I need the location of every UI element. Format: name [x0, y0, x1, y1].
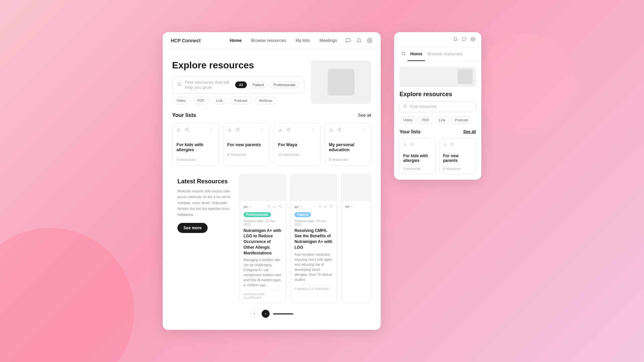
download-icon-2[interactable]	[227, 127, 233, 133]
explore-title: Explore resources	[172, 60, 304, 71]
svg-line-67	[451, 143, 452, 144]
side-download-icon-2[interactable]	[443, 142, 448, 147]
side-your-lists: Your lists See all ⋮	[399, 129, 476, 174]
side-search-tab-icon[interactable]	[399, 47, 408, 61]
list-card-4: ⋮ My personal education 9 resources	[325, 123, 372, 166]
svg-point-4	[187, 128, 188, 129]
side-chat-icon[interactable]	[462, 37, 467, 42]
nav-link-browse[interactable]: Browse resources	[251, 38, 286, 43]
bell-icon[interactable]	[356, 38, 362, 44]
type-link[interactable]: Link	[212, 97, 227, 104]
prev-page-button[interactable]: ‹	[250, 310, 258, 318]
share-icon-2[interactable]	[235, 127, 241, 133]
side-download-icon-1[interactable]	[403, 142, 408, 147]
svg-point-58	[411, 143, 412, 144]
release-date-1: Release date: 23 nov 2021	[244, 219, 282, 227]
side-type-podcast[interactable]: Podcast	[451, 116, 472, 124]
side-bell-icon[interactable]	[453, 37, 459, 42]
resource-card-2-image	[290, 174, 337, 201]
download-icon-r1[interactable]	[272, 204, 276, 209]
download-icon-3[interactable]	[278, 127, 283, 133]
filter-professionals[interactable]: Professionals	[270, 81, 299, 88]
bottom-section: Latest Resources Molestie mauris odio lu…	[172, 171, 371, 306]
more-icon-2[interactable]: ⋮	[260, 127, 265, 133]
type-podcast[interactable]: Podcast	[230, 97, 252, 104]
svg-point-0	[369, 40, 370, 41]
filter-patient[interactable]: Patient	[249, 81, 268, 88]
svg-line-14	[237, 128, 238, 129]
share-icon-r2[interactable]	[329, 204, 333, 209]
download-icon-r2[interactable]	[323, 204, 327, 209]
side-explore-title: Explore resources	[399, 91, 476, 98]
svg-point-51	[472, 39, 474, 40]
side-share-icon-1[interactable]	[410, 142, 415, 147]
resource-cards-row: en	[239, 171, 371, 306]
side-see-all[interactable]: See all	[463, 129, 476, 134]
svg-line-49	[330, 206, 331, 207]
resource-card-2-body: en	[290, 201, 337, 294]
search-icon	[177, 82, 181, 87]
side-tab-home[interactable]: Home	[408, 47, 425, 61]
svg-line-55	[406, 107, 407, 108]
side-settings-icon[interactable]	[471, 37, 476, 42]
side-tab-browse[interactable]: Browse resources	[425, 47, 465, 61]
card-icons-2	[318, 204, 333, 209]
more-icon-4[interactable]: ⋮	[362, 127, 367, 133]
share-icon-3[interactable]	[286, 127, 291, 133]
lang-select-1[interactable]: en	[244, 205, 251, 209]
page-progress	[273, 313, 293, 314]
share-icon-r1[interactable]	[278, 204, 282, 209]
svg-point-52	[402, 52, 405, 55]
resource-desc-1: Managing a toddlers diet can be challeng…	[244, 257, 282, 288]
side-type-link[interactable]: Link	[435, 116, 449, 124]
lists-see-all[interactable]: See all	[358, 113, 371, 118]
bg-decoration-2	[476, 34, 577, 134]
share-icon-4[interactable]	[337, 127, 342, 133]
download-icon-4[interactable]	[329, 127, 334, 133]
side-type-video[interactable]: Video	[399, 116, 416, 124]
resource-title-1[interactable]: Nutramigen A+ with LGG to Reduce Occurre…	[244, 228, 282, 256]
search-bar[interactable]: Find resources that will help you grow A…	[172, 76, 304, 94]
latest-resources-text: Latest Resources Molestie mauris odio lu…	[172, 171, 239, 306]
hero-text: Explore resources Find resources that wi…	[172, 60, 304, 104]
see-more-button[interactable]: See more	[177, 223, 208, 233]
nav-link-meetings[interactable]: Meetings	[319, 38, 337, 43]
type-pdf[interactable]: PDF	[193, 97, 209, 104]
side-share-icon-2[interactable]	[450, 142, 454, 147]
resource-category-2: FORMULA & FEEDING	[294, 285, 333, 291]
list-icon-1[interactable]	[267, 204, 270, 209]
chat-icon[interactable]	[345, 38, 351, 44]
side-list-card-1: ⋮ For kids with allergies 4 resources	[399, 138, 436, 174]
share-icon-1[interactable]	[184, 127, 190, 133]
nav-icons	[345, 38, 373, 44]
more-icon-3[interactable]: ⋮	[311, 127, 316, 133]
side-search-bar[interactable]: Find resources	[399, 101, 476, 112]
side-type-pdf[interactable]: PDF	[418, 116, 433, 124]
list-1-count: 4 resources	[176, 158, 215, 162]
lang-label-1: en	[244, 205, 248, 209]
svg-point-64	[450, 143, 451, 144]
resource-title-2[interactable]: Resolving CMPA. See the Benefits of Nutr…	[294, 228, 333, 250]
lang-select-3[interactable]: en	[345, 204, 367, 208]
list-icon-2[interactable]	[318, 204, 321, 209]
list-card-1: ⋮ For kids with allergies 4 resources	[172, 123, 219, 166]
tag-badge-1: Professionals	[244, 212, 271, 217]
side-list-1-name: For kids with allergies	[403, 154, 432, 163]
resource-card-2: en	[290, 174, 337, 303]
nav-link-home[interactable]: Home	[230, 38, 242, 43]
type-webinar[interactable]: Webinar	[255, 97, 277, 104]
side-tabs: Home Browse resources	[394, 47, 481, 61]
more-icon-1[interactable]: ⋮	[209, 127, 215, 133]
nav-link-mylists[interactable]: My lists	[296, 38, 310, 43]
settings-icon[interactable]	[367, 38, 373, 44]
side-more-icon-1[interactable]: ⋮	[428, 142, 432, 147]
download-icon-1[interactable]	[176, 127, 182, 133]
svg-point-63	[452, 142, 453, 143]
filter-all[interactable]: All	[235, 81, 247, 88]
next-page-button[interactable]: ›	[262, 310, 270, 318]
svg-line-20	[288, 128, 289, 129]
type-video[interactable]: Video	[172, 97, 190, 104]
lang-select-2[interactable]: en	[294, 205, 302, 209]
list-card-4-icons: ⋮	[329, 127, 367, 133]
svg-line-25	[338, 130, 340, 130]
